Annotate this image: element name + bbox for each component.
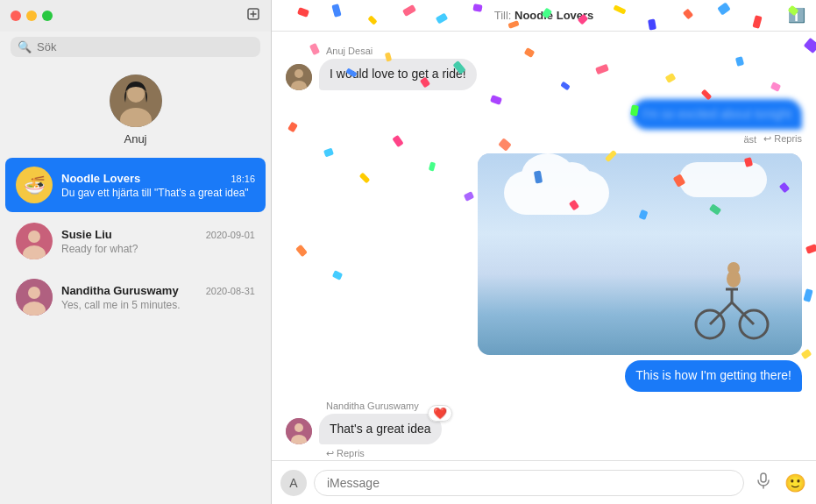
conversation-item[interactable]: Susie Liu 2020-09-01 Ready for what?	[5, 214, 266, 268]
nanditha-repris-icon: ↩ Repris	[326, 448, 365, 459]
message-group: Anuj Desai I would love to get a ride!	[286, 46, 802, 90]
chat-messages[interactable]: Anuj Desai I would love to get a ride! I…	[272, 32, 816, 460]
conv-body: Nanditha Guruswamy 2020-08-31 Yes, call …	[61, 284, 255, 311]
chat-panel: Till: Noodle Lovers ℹ️ Anuj Desai I woul…	[272, 0, 816, 504]
chat-title-name: Noodle Lovers	[514, 9, 593, 22]
profile-name: Anuj	[124, 132, 146, 146]
svg-point-11	[294, 69, 303, 78]
search-input[interactable]	[37, 40, 253, 53]
message-row-outgoing: I'm so excited about tonight	[286, 99, 802, 131]
nanditha-sender-name: Nanditha Guruswamy	[326, 401, 802, 411]
conversation-item[interactable]: 🍜 Noodle Lovers 18:16 Du gav ett hjärta …	[5, 158, 266, 212]
image-message-row: This is how I'm getting there!	[286, 153, 802, 392]
message-group-outgoing: I'm so excited about tonight äst ↩ Repri…	[286, 99, 802, 146]
nanditha-message-group: Nanditha Guruswamy That's a great idea ❤…	[286, 401, 802, 460]
conv-time: 18:16	[231, 174, 255, 184]
conv-preview: Du gav ett hjärta till "That's a great i…	[61, 187, 255, 199]
close-button[interactable]	[11, 11, 21, 21]
nanditha-reply-row: ↩ Repris	[326, 448, 802, 459]
reply-row-outgoing: äst ↩ Repris	[286, 133, 802, 145]
message-row: I would love to get a ride!	[286, 59, 802, 90]
avatar[interactable]	[110, 75, 162, 127]
chat-title: Till: Noodle Lovers	[494, 9, 594, 22]
conv-preview: Yes, call me in 5 minutes.	[61, 299, 255, 311]
conversation-item[interactable]: Nanditha Guruswamy 2020-08-31 Yes, call …	[5, 270, 266, 324]
traffic-lights	[11, 11, 53, 21]
conv-top: Nanditha Guruswamy 2020-08-31	[61, 284, 255, 297]
search-bar: 🔍	[11, 37, 260, 57]
svg-point-8	[28, 287, 40, 299]
image-caption-bubble: This is how I'm getting there!	[625, 360, 802, 392]
svg-rect-24	[761, 473, 766, 482]
app-store-button[interactable]: A	[280, 470, 307, 496]
audio-button[interactable]	[751, 471, 776, 495]
svg-line-15	[710, 302, 732, 324]
nanditha-bubble: That's a great idea	[319, 414, 442, 445]
image-message	[478, 153, 802, 355]
nanditha-message-row: That's a great idea ❤️	[286, 414, 802, 445]
chat-title-prefix: Till:	[494, 9, 514, 22]
conv-body: Susie Liu 2020-09-01 Ready for what?	[61, 228, 255, 255]
message-avatar	[286, 64, 312, 90]
chat-input-bar: A 🙂	[272, 460, 816, 504]
compose-button[interactable]	[246, 7, 260, 25]
conv-top: Susie Liu 2020-09-01	[61, 228, 255, 241]
repris-icon: ↩ Repris	[763, 133, 802, 145]
svg-point-20	[727, 262, 740, 274]
info-button[interactable]: ℹ️	[788, 7, 805, 24]
maximize-button[interactable]	[42, 11, 53, 21]
conversation-list: 🍜 Noodle Lovers 18:16 Du gav ett hjärta …	[0, 158, 271, 504]
message-bubble: I would love to get a ride!	[319, 59, 477, 90]
sender-name: Anuj Desai	[326, 46, 802, 56]
message-bubble-outgoing: I'm so excited about tonight	[632, 99, 802, 131]
titlebar	[0, 0, 271, 32]
search-icon: 🔍	[18, 40, 32, 53]
minimize-button[interactable]	[26, 11, 37, 21]
conv-avatar	[16, 279, 53, 316]
svg-point-5	[28, 231, 40, 243]
chat-header: Till: Noodle Lovers ℹ️	[272, 0, 816, 32]
conv-name: Noodle Lovers	[61, 172, 140, 185]
conv-avatar	[16, 223, 53, 259]
reaction-badge: ❤️	[428, 405, 452, 421]
image-message-group: This is how I'm getting there!	[286, 153, 802, 392]
conv-avatar: 🍜	[16, 167, 53, 203]
message-input[interactable]	[314, 470, 744, 496]
emoji-button[interactable]: 🙂	[783, 471, 807, 495]
last-label: äst	[743, 134, 756, 145]
conv-preview: Ready for what?	[61, 243, 255, 255]
conv-time: 2020-08-31	[206, 286, 255, 296]
profile-section: Anuj	[0, 66, 271, 158]
svg-line-16	[732, 302, 754, 324]
svg-point-22	[294, 423, 303, 432]
sidebar: 🔍 Anuj 🍜 Noodle Lovers 18:16 Du gav	[0, 0, 272, 504]
conv-top: Noodle Lovers 18:16	[61, 172, 255, 185]
conv-name: Nanditha Guruswamy	[61, 284, 179, 297]
conv-body: Noodle Lovers 18:16 Du gav ett hjärta ti…	[61, 172, 255, 199]
conv-time: 2020-09-01	[206, 230, 255, 240]
conv-name: Susie Liu	[61, 228, 112, 241]
nanditha-avatar	[286, 418, 312, 444]
